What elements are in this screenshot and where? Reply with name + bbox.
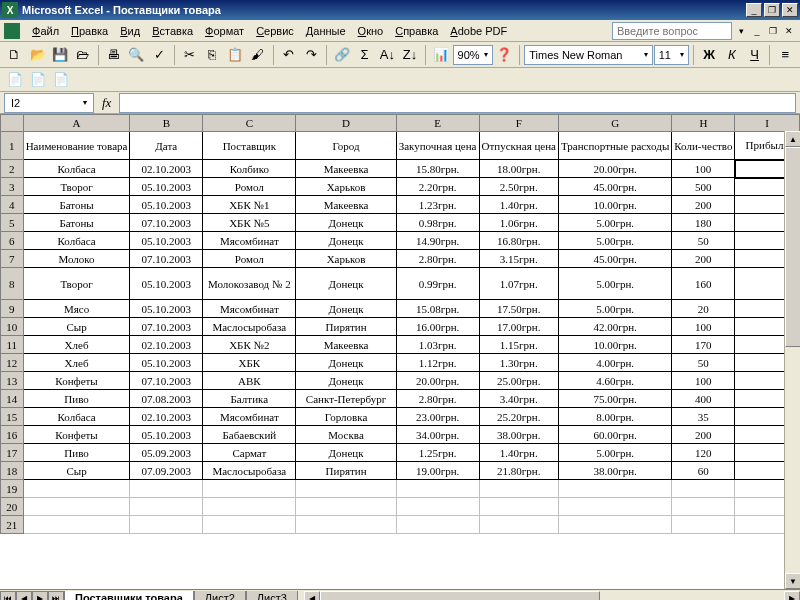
cell[interactable]: 4.00грн. — [558, 354, 671, 372]
tab-prev-icon[interactable]: ◀ — [16, 591, 32, 601]
spell-icon[interactable]: ✓ — [148, 44, 170, 66]
cell[interactable]: 60.00грн. — [558, 426, 671, 444]
cell[interactable]: 2.50грн. — [479, 178, 558, 196]
cell[interactable]: 5.00грн. — [558, 268, 671, 300]
cell[interactable]: ХБК — [203, 354, 296, 372]
col-header-C[interactable]: C — [203, 115, 296, 132]
cell[interactable]: Колбаса — [23, 160, 130, 178]
menu-вставка[interactable]: Вставка — [146, 23, 199, 39]
doc-close-button[interactable]: ✕ — [782, 24, 796, 38]
cell[interactable]: 2.20грн. — [396, 178, 479, 196]
row-header-16[interactable]: 16 — [1, 426, 24, 444]
cell[interactable]: 45.00грн. — [558, 178, 671, 196]
cell[interactable]: 5.00грн. — [558, 214, 671, 232]
cell[interactable]: 35 — [672, 408, 735, 426]
cell[interactable]: 20.00грн. — [558, 160, 671, 178]
cell[interactable]: Мясомбинат — [203, 408, 296, 426]
cell[interactable]: Батоны — [23, 214, 130, 232]
tab-last-icon[interactable]: ⏭ — [48, 591, 64, 601]
cell[interactable]: 1.15грн. — [479, 336, 558, 354]
cell[interactable]: 15.80грн. — [396, 160, 479, 178]
minimize-button[interactable]: _ — [746, 3, 762, 17]
cell[interactable] — [130, 498, 203, 516]
col-header-F[interactable]: F — [479, 115, 558, 132]
name-box[interactable]: I2▾ — [4, 93, 94, 113]
chart-icon[interactable]: 📊 — [430, 44, 452, 66]
copy-icon[interactable]: ⎘ — [202, 44, 224, 66]
cell[interactable]: 05.10.2003 — [130, 268, 203, 300]
zoom-combo[interactable]: 90%▾ — [453, 45, 493, 65]
cell[interactable]: Сармат — [203, 444, 296, 462]
cell[interactable]: 100 — [672, 372, 735, 390]
cut-icon[interactable]: ✂ — [179, 44, 201, 66]
cell[interactable]: Донецк — [296, 300, 396, 318]
spreadsheet-grid[interactable]: ABCDEFGHI1Наименование товараДатаПоставщ… — [0, 114, 800, 534]
cell[interactable]: Творог — [23, 178, 130, 196]
cell[interactable] — [558, 498, 671, 516]
font-size-combo[interactable]: 11▾ — [654, 45, 690, 65]
cell[interactable]: 15.08грн. — [396, 300, 479, 318]
cell[interactable]: Сыр — [23, 318, 130, 336]
cell[interactable]: 18.00грн. — [479, 160, 558, 178]
cell[interactable]: Колбаса — [23, 408, 130, 426]
menu-сервис[interactable]: Сервис — [250, 23, 300, 39]
header-cell[interactable]: Наименование товара — [23, 132, 130, 160]
col-header-A[interactable]: A — [23, 115, 130, 132]
cell[interactable]: 05.10.2003 — [130, 196, 203, 214]
cell[interactable]: 34.00грн. — [396, 426, 479, 444]
cell[interactable]: 02.10.2003 — [130, 408, 203, 426]
sort-asc-icon[interactable]: A↓ — [376, 44, 398, 66]
cell[interactable]: Пиво — [23, 444, 130, 462]
row-header-18[interactable]: 18 — [1, 462, 24, 480]
row-header-1[interactable]: 1 — [1, 132, 24, 160]
cell[interactable]: 02.10.2003 — [130, 336, 203, 354]
doc-restore-button[interactable]: ❐ — [766, 24, 780, 38]
help-search-input[interactable] — [612, 22, 732, 40]
cell[interactable] — [479, 498, 558, 516]
cell[interactable]: Ромол — [203, 178, 296, 196]
cell[interactable] — [130, 516, 203, 534]
row-header-4[interactable]: 4 — [1, 196, 24, 214]
cell[interactable]: 400 — [672, 390, 735, 408]
cell[interactable]: 02.10.2003 — [130, 160, 203, 178]
cell[interactable]: 07.10.2003 — [130, 318, 203, 336]
col-header-G[interactable]: G — [558, 115, 671, 132]
cell[interactable]: 07.09.2003 — [130, 462, 203, 480]
cell[interactable]: 38.00грн. — [479, 426, 558, 444]
formula-bar[interactable] — [119, 93, 796, 113]
cell[interactable]: 3.15грн. — [479, 250, 558, 268]
row-header-11[interactable]: 11 — [1, 336, 24, 354]
cell[interactable]: Бабаевский — [203, 426, 296, 444]
cell[interactable] — [130, 480, 203, 498]
cell[interactable]: 4.60грн. — [558, 372, 671, 390]
hscroll-left-icon[interactable]: ◀ — [304, 591, 320, 601]
cell[interactable]: 120 — [672, 444, 735, 462]
cell[interactable]: 2.80грн. — [396, 250, 479, 268]
sheet-tab-2[interactable]: Лист3 — [246, 591, 298, 600]
cell[interactable]: 25.00грн. — [479, 372, 558, 390]
new-icon[interactable]: 🗋 — [4, 44, 26, 66]
cell[interactable] — [396, 516, 479, 534]
header-cell[interactable]: Поставщик — [203, 132, 296, 160]
cell[interactable]: АВК — [203, 372, 296, 390]
cell[interactable]: Донецк — [296, 268, 396, 300]
cell[interactable]: 200 — [672, 250, 735, 268]
cell[interactable]: 16.80грн. — [479, 232, 558, 250]
tab-first-icon[interactable]: ⏮ — [0, 591, 16, 601]
format-painter-icon[interactable]: 🖌 — [247, 44, 269, 66]
row-header-3[interactable]: 3 — [1, 178, 24, 196]
cell[interactable]: 23.00грн. — [396, 408, 479, 426]
col-header-E[interactable]: E — [396, 115, 479, 132]
cell[interactable]: Горловка — [296, 408, 396, 426]
fx-icon[interactable]: fx — [102, 95, 111, 111]
row-header-15[interactable]: 15 — [1, 408, 24, 426]
cell[interactable]: 05.10.2003 — [130, 178, 203, 196]
cell[interactable]: 0.98грн. — [396, 214, 479, 232]
row-header-17[interactable]: 17 — [1, 444, 24, 462]
menu-правка[interactable]: Правка — [65, 23, 114, 39]
scroll-thumb[interactable] — [785, 147, 800, 347]
col-header-H[interactable]: H — [672, 115, 735, 132]
cell[interactable]: ХБК №1 — [203, 196, 296, 214]
col-header-I[interactable]: I — [735, 115, 799, 132]
row-header-21[interactable]: 21 — [1, 516, 24, 534]
